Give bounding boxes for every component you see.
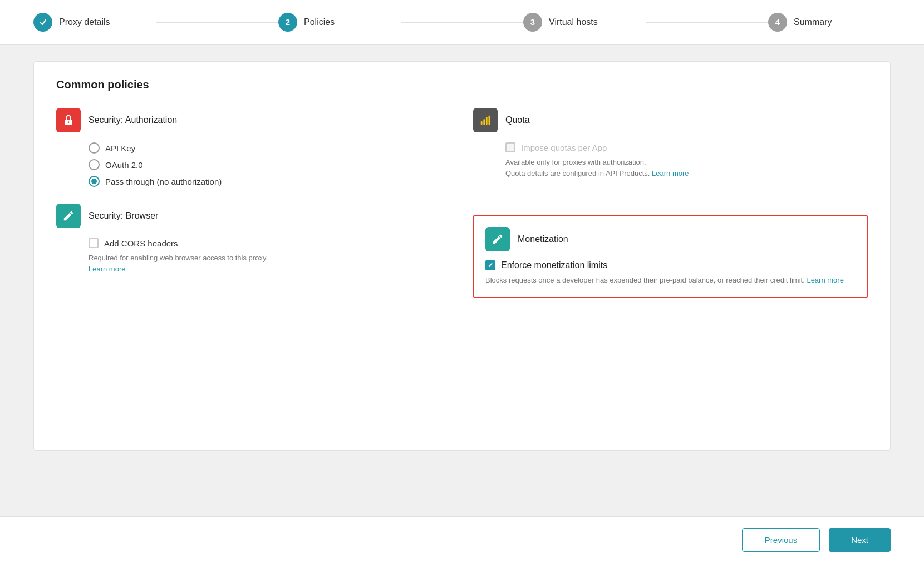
step-label-summary: Summary	[794, 17, 832, 27]
quota-section: Quota Impose quotas per App Available on…	[473, 108, 868, 187]
quota-desc-line1: Available only for proxies with authoriz…	[505, 158, 646, 166]
radio-oauth[interactable]: OAuth 2.0	[89, 159, 451, 170]
cors-checkbox	[89, 238, 99, 248]
security-browser-section: Security: Browser Add CORS headers Requi…	[56, 204, 451, 298]
browser-pen-icon	[62, 210, 75, 222]
quota-checkbox-item[interactable]: Impose quotas per App	[505, 142, 868, 152]
bottom-policies-row: Security: Browser Add CORS headers Requi…	[56, 204, 868, 298]
step-virtual-hosts: 3 Virtual hosts	[523, 13, 646, 32]
previous-button[interactable]: Previous	[742, 528, 820, 552]
svg-point-1	[68, 121, 70, 123]
monetization-name: Monetization	[518, 234, 568, 244]
card-title: Common policies	[56, 78, 868, 91]
step-policies: 2 Policies	[278, 13, 401, 32]
security-auth-header: Security: Authorization	[56, 108, 451, 132]
step-connector-3	[646, 22, 768, 23]
step-circle-policies: 2	[278, 13, 297, 32]
svg-rect-3	[483, 119, 485, 125]
quota-bars-icon	[479, 114, 492, 126]
monetization-checkbox	[485, 260, 495, 270]
radio-api-key-label: API Key	[105, 144, 135, 153]
step-circle-proxy-details	[33, 13, 52, 32]
cors-checkbox-item[interactable]: Add CORS headers	[89, 238, 451, 248]
quota-icon-bg	[473, 108, 498, 132]
step-connector-1	[156, 22, 278, 23]
lock-icon	[62, 114, 75, 126]
svg-rect-5	[489, 116, 490, 125]
radio-oauth-circle	[89, 159, 100, 170]
cors-checkbox-label: Add CORS headers	[104, 239, 178, 248]
quota-checkbox-label: Impose quotas per App	[521, 143, 607, 152]
monetization-pen-icon	[492, 233, 504, 245]
security-auth-name: Security: Authorization	[89, 115, 177, 125]
monetization-content: Enforce monetization limits Blocks reque…	[485, 260, 856, 286]
top-policies-row: Security: Authorization API Key OAuth 2.…	[56, 108, 868, 187]
policies-card: Common policies Security: Authorization	[33, 61, 891, 451]
quota-name: Quota	[505, 115, 530, 125]
browser-desc: Required for enabling web browser access…	[89, 253, 451, 274]
svg-rect-2	[481, 121, 483, 125]
monetization-checkbox-item[interactable]: Enforce monetization limits	[485, 260, 856, 270]
next-button[interactable]: Next	[829, 528, 891, 552]
monetization-desc: Blocks requests once a developer has exp…	[485, 275, 856, 286]
svg-rect-4	[486, 117, 488, 125]
monetization-checkbox-label: Enforce monetization limits	[501, 260, 607, 270]
browser-desc-text: Required for enabling web browser access…	[89, 254, 268, 262]
main-content: Common policies Security: Authorization	[0, 45, 924, 563]
monetization-icon-bg	[485, 227, 510, 251]
step-proxy-details: Proxy details	[33, 13, 156, 32]
browser-learn-more-link[interactable]: Learn more	[89, 265, 125, 273]
step-connector-2	[401, 22, 523, 23]
radio-api-key-circle	[89, 142, 100, 154]
radio-pass-through-circle	[89, 176, 100, 187]
monetization-learn-more-link[interactable]: Learn more	[807, 276, 843, 284]
step-circle-summary: 4	[768, 13, 787, 32]
monetization-section: Monetization Enforce monetization limits…	[473, 215, 868, 298]
quota-content: Impose quotas per App Available only for…	[473, 142, 868, 179]
security-browser-icon-bg	[56, 204, 81, 228]
step-label-policies: Policies	[304, 17, 335, 27]
step-label-proxy-details: Proxy details	[59, 17, 110, 27]
quota-desc-line2: Quota details are configured in API Prod…	[505, 169, 650, 177]
monetization-header: Monetization	[485, 227, 856, 251]
radio-api-key[interactable]: API Key	[89, 142, 451, 154]
step-label-virtual-hosts: Virtual hosts	[549, 17, 598, 27]
security-auth-section: Security: Authorization API Key OAuth 2.…	[56, 108, 451, 187]
stepper: Proxy details 2 Policies 3 Virtual hosts…	[0, 0, 924, 45]
browser-content: Add CORS headers Required for enabling w…	[56, 238, 451, 274]
radio-pass-through[interactable]: Pass through (no authorization)	[89, 176, 451, 187]
quota-desc: Available only for proxies with authoriz…	[505, 157, 868, 179]
security-auth-icon-bg	[56, 108, 81, 132]
security-browser-header: Security: Browser	[56, 204, 451, 228]
security-browser-name: Security: Browser	[89, 211, 158, 221]
quota-header: Quota	[473, 108, 868, 132]
auth-radio-group: API Key OAuth 2.0 Pass through (no autho…	[56, 142, 451, 187]
radio-oauth-label: OAuth 2.0	[105, 160, 143, 170]
monetization-desc-text: Blocks requests once a developer has exp…	[485, 276, 805, 284]
quota-checkbox	[505, 142, 515, 152]
step-summary: 4 Summary	[768, 13, 891, 32]
bottom-navigation: Previous Next	[0, 516, 924, 563]
step-circle-virtual-hosts: 3	[523, 13, 542, 32]
quota-learn-more-link[interactable]: Learn more	[652, 169, 689, 177]
radio-pass-through-label: Pass through (no authorization)	[105, 177, 222, 186]
